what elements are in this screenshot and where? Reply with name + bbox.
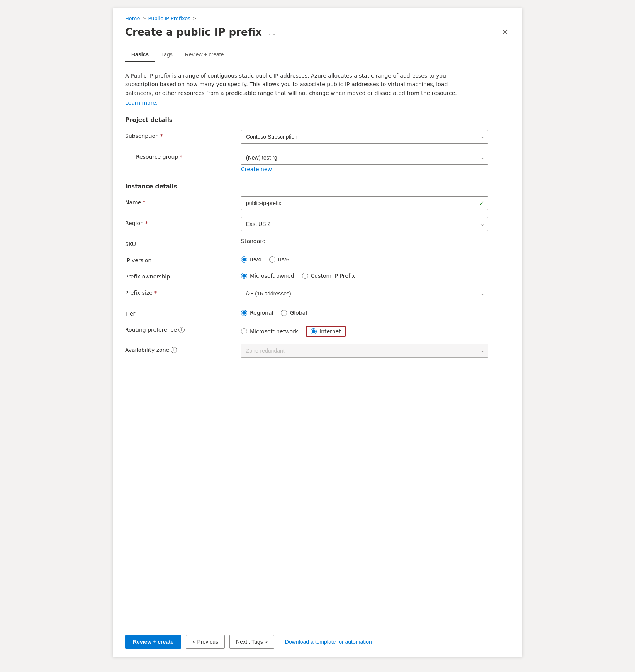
download-template-button[interactable]: Download a template for automation bbox=[285, 636, 372, 648]
resource-group-select[interactable]: (New) test-rg bbox=[241, 151, 488, 165]
availability-zone-label: Availability zone i bbox=[125, 344, 241, 353]
create-new-link[interactable]: Create new bbox=[241, 166, 488, 172]
panel-body: A Public IP prefix is a range of contigu… bbox=[113, 62, 522, 627]
prefix-ownership-control: Microsoft owned Custom IP Prefix bbox=[241, 270, 488, 279]
ipv4-radio[interactable] bbox=[241, 256, 247, 263]
prefix-ownership-label: Prefix ownership bbox=[125, 270, 241, 280]
prefix-size-control: /28 (16 addresses) ⌄ bbox=[241, 287, 488, 300]
microsoft-owned-label: Microsoft owned bbox=[250, 273, 294, 279]
subscription-select[interactable]: Contoso Subscription bbox=[241, 130, 488, 144]
title-row: Create a public IP prefix ... ✕ bbox=[125, 26, 510, 38]
resource-group-row: Resource group * (New) test-rg ⌄ Create … bbox=[125, 151, 510, 172]
title-left: Create a public IP prefix ... bbox=[125, 26, 277, 38]
microsoft-network-option[interactable]: Microsoft network bbox=[241, 328, 298, 334]
breadcrumb-home[interactable]: Home bbox=[125, 15, 140, 21]
subscription-select-wrapper: Contoso Subscription ⌄ bbox=[241, 130, 488, 144]
internet-option[interactable]: Internet bbox=[306, 326, 346, 337]
subscription-label: Subscription * bbox=[125, 130, 241, 139]
sku-label: SKU bbox=[125, 238, 241, 247]
ipv6-option[interactable]: IPv6 bbox=[269, 256, 290, 263]
name-required: * bbox=[143, 199, 145, 205]
resource-group-select-wrapper: (New) test-rg ⌄ bbox=[241, 151, 488, 165]
microsoft-owned-option[interactable]: Microsoft owned bbox=[241, 273, 294, 279]
microsoft-owned-radio[interactable] bbox=[241, 273, 247, 279]
next-button[interactable]: Next : Tags > bbox=[229, 635, 274, 649]
routing-preference-row: Routing preference i Microsoft network I… bbox=[125, 324, 510, 337]
tab-review-create[interactable]: Review + create bbox=[179, 48, 230, 62]
global-option[interactable]: Global bbox=[281, 310, 307, 316]
custom-ip-prefix-option[interactable]: Custom IP Prefix bbox=[302, 273, 355, 279]
tier-radio-group: Regional Global bbox=[241, 307, 488, 316]
create-panel: Home > Public IP Prefixes > Create a pub… bbox=[113, 8, 522, 657]
tier-label: Tier bbox=[125, 307, 241, 317]
routing-preference-control: Microsoft network Internet bbox=[241, 324, 488, 337]
resource-group-required: * bbox=[180, 154, 182, 160]
prefix-ownership-row: Prefix ownership Microsoft owned Custom … bbox=[125, 270, 510, 280]
region-row: Region * East US 2 ⌄ bbox=[125, 217, 510, 231]
name-input-wrapper: ✓ bbox=[241, 196, 488, 210]
prefix-ownership-radio-group: Microsoft owned Custom IP Prefix bbox=[241, 270, 488, 279]
breadcrumb: Home > Public IP Prefixes > bbox=[125, 15, 510, 21]
routing-preference-info-icon[interactable]: i bbox=[178, 327, 185, 333]
instance-details-title: Instance details bbox=[125, 183, 510, 190]
ip-version-label: IP version bbox=[125, 254, 241, 263]
sku-control: Standard bbox=[241, 238, 488, 244]
learn-more-link[interactable]: Learn more. bbox=[125, 100, 158, 106]
prefix-size-row: Prefix size * /28 (16 addresses) ⌄ bbox=[125, 287, 510, 300]
resource-group-label: Resource group * bbox=[125, 151, 241, 160]
project-details-title: Project details bbox=[125, 117, 510, 124]
region-select[interactable]: East US 2 bbox=[241, 217, 488, 231]
ipv4-label: IPv4 bbox=[250, 256, 261, 263]
more-button[interactable]: ... bbox=[267, 27, 278, 37]
tab-basics[interactable]: Basics bbox=[125, 48, 155, 62]
ipv4-option[interactable]: IPv4 bbox=[241, 256, 261, 263]
microsoft-network-label: Microsoft network bbox=[250, 328, 298, 334]
review-create-button[interactable]: Review + create bbox=[125, 635, 181, 649]
prefix-size-label: Prefix size * bbox=[125, 287, 241, 296]
ip-version-row: IP version IPv4 IPv6 bbox=[125, 254, 510, 263]
previous-button[interactable]: < Previous bbox=[186, 635, 225, 649]
name-input[interactable] bbox=[241, 196, 488, 210]
availability-zone-control: Zone-redundant ⌄ bbox=[241, 344, 488, 358]
prefix-size-select-wrapper: /28 (16 addresses) ⌄ bbox=[241, 287, 488, 300]
close-button[interactable]: ✕ bbox=[500, 26, 510, 38]
custom-ip-prefix-label: Custom IP Prefix bbox=[311, 273, 355, 279]
prefix-size-required: * bbox=[154, 290, 157, 296]
breadcrumb-public-ip-prefixes[interactable]: Public IP Prefixes bbox=[148, 15, 190, 21]
panel-header: Home > Public IP Prefixes > Create a pub… bbox=[113, 8, 522, 62]
microsoft-network-radio[interactable] bbox=[241, 328, 247, 334]
availability-zone-info-icon[interactable]: i bbox=[171, 347, 177, 353]
tabs: Basics Tags Review + create bbox=[125, 48, 510, 62]
sku-value: Standard bbox=[241, 235, 266, 244]
breadcrumb-sep2: > bbox=[193, 16, 196, 21]
regional-label: Regional bbox=[250, 310, 273, 316]
description-text: A Public IP prefix is a range of contigu… bbox=[125, 71, 473, 97]
resource-group-control: (New) test-rg ⌄ Create new bbox=[241, 151, 488, 172]
tab-tags[interactable]: Tags bbox=[155, 48, 179, 62]
sku-row: SKU Standard bbox=[125, 238, 510, 247]
internet-radio[interactable] bbox=[311, 328, 317, 334]
breadcrumb-sep1: > bbox=[142, 16, 146, 21]
regional-option[interactable]: Regional bbox=[241, 310, 273, 316]
region-label: Region * bbox=[125, 217, 241, 226]
custom-ip-prefix-radio[interactable] bbox=[302, 273, 308, 279]
global-label: Global bbox=[290, 310, 307, 316]
regional-radio[interactable] bbox=[241, 310, 247, 316]
ipv6-radio[interactable] bbox=[269, 256, 275, 263]
internet-label: Internet bbox=[319, 328, 341, 334]
prefix-size-select[interactable]: /28 (16 addresses) bbox=[241, 287, 488, 300]
subscription-required: * bbox=[160, 133, 163, 139]
routing-preference-radio-group: Microsoft network Internet bbox=[241, 324, 488, 337]
availability-zone-select[interactable]: Zone-redundant bbox=[241, 344, 488, 358]
tier-row: Tier Regional Global bbox=[125, 307, 510, 317]
name-label: Name * bbox=[125, 196, 241, 205]
availability-zone-select-wrapper: Zone-redundant ⌄ bbox=[241, 344, 488, 358]
subscription-row: Subscription * Contoso Subscription ⌄ bbox=[125, 130, 510, 144]
global-radio[interactable] bbox=[281, 310, 287, 316]
ip-version-control: IPv4 IPv6 bbox=[241, 254, 488, 263]
name-check-icon: ✓ bbox=[479, 200, 484, 207]
routing-preference-label: Routing preference i bbox=[125, 324, 241, 333]
page-title: Create a public IP prefix bbox=[125, 26, 262, 38]
subscription-control: Contoso Subscription ⌄ bbox=[241, 130, 488, 144]
availability-zone-row: Availability zone i Zone-redundant ⌄ bbox=[125, 344, 510, 358]
